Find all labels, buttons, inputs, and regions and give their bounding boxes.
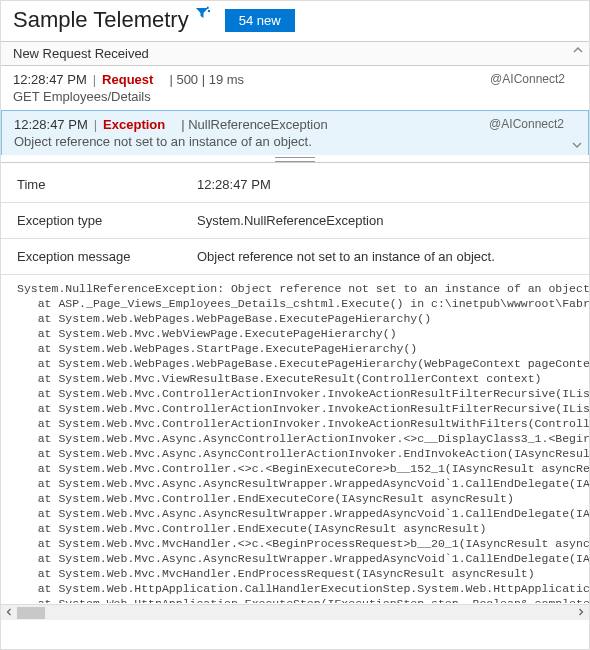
horizontal-scrollbar[interactable] [1, 604, 589, 620]
stack-trace: System.NullReferenceException: Object re… [1, 275, 589, 603]
detail-value: System.NullReferenceException [197, 213, 573, 228]
detail-value: 12:28:47 PM [197, 177, 573, 192]
detail-value: Object reference not set to an instance … [197, 249, 573, 264]
details-panel: Time 12:28:47 PM Exception type System.N… [1, 163, 589, 620]
event-row[interactable]: 12:28:47 PM | Request | 500 | 19 ms @AIC… [1, 66, 589, 111]
stack-trace-container: System.NullReferenceException: Object re… [1, 275, 589, 620]
svg-point-0 [207, 10, 209, 12]
scroll-up-icon[interactable] [571, 45, 585, 57]
separator: | [93, 72, 96, 87]
event-list: New Request Received 12:28:47 PM | Reque… [1, 41, 589, 156]
event-banner-text: New Request Received [13, 46, 149, 61]
event-banner: New Request Received [1, 42, 589, 66]
event-meta: | NullReferenceException [181, 117, 327, 132]
scroll-right-icon[interactable] [573, 607, 589, 618]
event-source: @AIConnect2 [489, 117, 564, 131]
event-time: 12:28:47 PM [13, 72, 87, 87]
detail-row-exception-message: Exception message Object reference not s… [1, 239, 589, 275]
scrollbar-track[interactable] [17, 605, 573, 620]
event-source: @AIConnect2 [490, 72, 565, 86]
separator: | [94, 117, 97, 132]
event-detail: Object reference not set to an instance … [14, 134, 576, 149]
event-kind: Exception [103, 117, 165, 132]
splitter-handle[interactable] [1, 155, 589, 163]
event-kind: Request [102, 72, 153, 87]
event-meta: | 500 | 19 ms [169, 72, 244, 87]
detail-label: Time [17, 177, 197, 192]
scrollbar-thumb[interactable] [17, 607, 45, 619]
scroll-down-icon[interactable] [570, 140, 584, 152]
detail-row-time: Time 12:28:47 PM [1, 167, 589, 203]
event-row[interactable]: 12:28:47 PM | Exception | NullReferenceE… [1, 110, 589, 156]
filter-icon[interactable] [195, 6, 211, 26]
event-time: 12:28:47 PM [14, 117, 88, 132]
page-title: Sample Telemetry [13, 7, 189, 33]
detail-label: Exception type [17, 213, 197, 228]
detail-label: Exception message [17, 249, 197, 264]
event-detail: GET Employees/Details [13, 89, 577, 104]
new-events-badge[interactable]: 54 new [225, 9, 295, 32]
scroll-left-icon[interactable] [1, 607, 17, 618]
panel-header: Sample Telemetry 54 new [1, 1, 589, 41]
detail-row-exception-type: Exception type System.NullReferenceExcep… [1, 203, 589, 239]
